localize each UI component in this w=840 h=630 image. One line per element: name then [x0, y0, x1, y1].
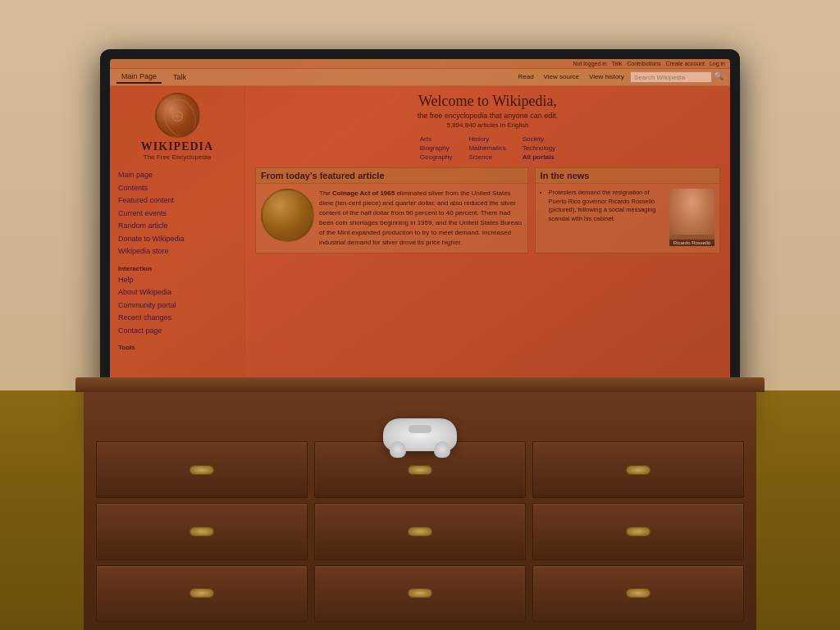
- dresser-top: [75, 377, 765, 392]
- wiki-topbar: Not logged in Talk Contributions Create …: [110, 59, 730, 69]
- topbar-create-account[interactable]: Create account: [665, 61, 704, 66]
- drawer-1: [96, 441, 308, 498]
- drawer-handle-5: [408, 527, 432, 536]
- sidebar-item-contents[interactable]: Contents: [118, 182, 236, 195]
- drawer-row-3: [96, 565, 744, 622]
- topbar-talk[interactable]: Talk: [612, 61, 622, 66]
- action-tabs: Read View source View history Search Wik…: [514, 71, 724, 83]
- drawer-7: [96, 565, 308, 622]
- drawer-4: [96, 503, 308, 559]
- sidebar-item-help[interactable]: Help: [118, 274, 236, 287]
- sidebar-item-random-article[interactable]: Random article: [118, 220, 236, 233]
- wiki-main-layout: ⊕ Wikipedia The Free Encyclopedia Main p…: [110, 86, 730, 417]
- tab-main-page[interactable]: Main Page: [116, 71, 162, 84]
- drawer-handle-1: [189, 465, 214, 475]
- controller-left-grip: [390, 441, 406, 458]
- portal-geography[interactable]: Geography: [420, 153, 453, 161]
- drawer-8: [314, 565, 526, 622]
- tab-talk[interactable]: Talk: [168, 71, 191, 83]
- featured-text: The Coinage Act of 1965 eliminated silve…: [319, 189, 523, 248]
- coinage-act-link[interactable]: Coinage Act of 1965: [332, 189, 395, 197]
- wikipedia-subtitle: The Free Encyclopedia: [144, 153, 211, 161]
- drawer-handle-4: [189, 527, 214, 536]
- topbar-not-logged-in: Not logged in: [573, 61, 606, 66]
- sidebar-navigation: Main page Contents Featured content Curr…: [118, 169, 236, 351]
- wikipedia-title: Wikipedia: [141, 140, 213, 153]
- drawer-3: [532, 441, 744, 498]
- wiki-navbar: Main Page Talk Read View source View his…: [110, 69, 730, 86]
- wiki-article-area: Welcome to Wikipedia, the free encyclope…: [245, 86, 730, 417]
- portal-col-2: History Mathematics Science: [468, 135, 505, 161]
- sidebar-item-donate[interactable]: Donate to Wikipedia: [118, 233, 236, 246]
- tab-view-source[interactable]: View source: [540, 71, 583, 83]
- controller-right-grip: [434, 441, 450, 458]
- room: Not logged in Talk Contributions Create …: [0, 0, 840, 630]
- sidebar-section-interaction: Interaction: [118, 265, 236, 272]
- television: Not logged in Talk Contributions Create …: [100, 49, 740, 427]
- news-photo-caption: Ricardo Rosselló: [669, 240, 714, 246]
- search-input[interactable]: Search Wikipedia: [630, 71, 712, 83]
- topbar-log-in[interactable]: Log in: [710, 61, 725, 66]
- tab-view-history[interactable]: View history: [585, 71, 628, 83]
- wikipedia-globe-icon: ⊕: [155, 93, 200, 138]
- portal-col-3: Society Technology All portals: [523, 135, 555, 161]
- portal-technology[interactable]: Technology: [523, 144, 555, 152]
- tab-read[interactable]: Read: [514, 71, 537, 83]
- topbar-links: Not logged in Talk Contributions Create …: [573, 61, 725, 66]
- drawer-6: [532, 503, 744, 559]
- tv-body: Not logged in Talk Contributions Create …: [100, 49, 740, 427]
- wiki-sidebar: ⊕ Wikipedia The Free Encyclopedia Main p…: [110, 86, 245, 417]
- sidebar-section-tools: Tools: [118, 344, 236, 351]
- wikipedia-logo: ⊕ Wikipedia The Free Encyclopedia: [118, 93, 236, 161]
- featured-article-box: From today's featured article The Coinag…: [255, 167, 528, 253]
- drawer-9: [532, 565, 744, 622]
- news-photo: Ricardo Rosselló: [669, 189, 714, 246]
- dresser-drawers: [84, 433, 756, 630]
- portal-biography[interactable]: Biography: [420, 144, 453, 152]
- sidebar-item-recent-changes[interactable]: Recent changes: [118, 312, 236, 325]
- game-controller: [383, 418, 457, 451]
- wikipedia-page: Not logged in Talk Contributions Create …: [110, 59, 730, 417]
- portals-section: Arts Biography Geography History Mathema…: [255, 135, 720, 161]
- article-count: 5,894,840 articles in English: [255, 121, 720, 129]
- welcome-subtitle: the free encyclopedia that anyone can ed…: [255, 112, 720, 120]
- coin-image: [261, 189, 314, 242]
- news-content: Protesters demand the resignation of Pue…: [541, 189, 714, 246]
- portal-arts[interactable]: Arts: [420, 135, 453, 143]
- portal-science[interactable]: Science: [468, 153, 505, 161]
- portal-history[interactable]: History: [468, 135, 505, 143]
- portal-society[interactable]: Society: [523, 135, 555, 143]
- portal-mathematics[interactable]: Mathematics: [468, 144, 505, 152]
- topbar-contributions[interactable]: Contributions: [627, 61, 660, 66]
- drawer-handle-8: [408, 588, 432, 598]
- drawer-row-2: [96, 503, 744, 559]
- sidebar-item-featured-content[interactable]: Featured content: [118, 194, 236, 208]
- drawer-5: [314, 503, 526, 559]
- sidebar-item-contact[interactable]: Contact page: [118, 325, 236, 338]
- drawer-handle-3: [626, 465, 651, 475]
- portal-col-1: Arts Biography Geography: [420, 135, 453, 161]
- sidebar-item-main-page[interactable]: Main page: [118, 169, 236, 182]
- sidebar-item-wikipedia-store[interactable]: Wikipedia store: [118, 245, 236, 258]
- news-photo-face: [669, 189, 714, 235]
- drawer-handle-6: [626, 527, 651, 536]
- sidebar-item-about[interactable]: About Wikipedia: [118, 286, 236, 299]
- tv-screen: Not logged in Talk Contributions Create …: [110, 59, 730, 417]
- search-placeholder: Search Wikipedia: [634, 74, 685, 81]
- in-the-news-box: In the news Protesters demand the resign…: [535, 167, 720, 253]
- sidebar-item-current-events[interactable]: Current events: [118, 208, 236, 221]
- search-icon[interactable]: 🔍: [714, 71, 724, 83]
- featured-content: The Coinage Act of 1965 eliminated silve…: [261, 189, 523, 248]
- featured-article-title: From today's featured article: [256, 168, 527, 184]
- content-boxes: From today's featured article The Coinag…: [255, 167, 720, 253]
- sidebar-item-community-portal[interactable]: Community portal: [118, 299, 236, 313]
- news-text: Protesters demand the resignation of Pue…: [541, 189, 666, 246]
- drawer-handle-9: [626, 588, 651, 598]
- portal-all-portals[interactable]: All portals: [523, 153, 555, 161]
- welcome-title: Welcome to Wikipedia,: [255, 93, 720, 110]
- drawer-handle-7: [189, 588, 214, 598]
- news-item-1: Protesters demand the resignation of Pue…: [549, 189, 666, 223]
- news-box-title: In the news: [536, 168, 719, 184]
- drawer-handle-2: [408, 465, 432, 475]
